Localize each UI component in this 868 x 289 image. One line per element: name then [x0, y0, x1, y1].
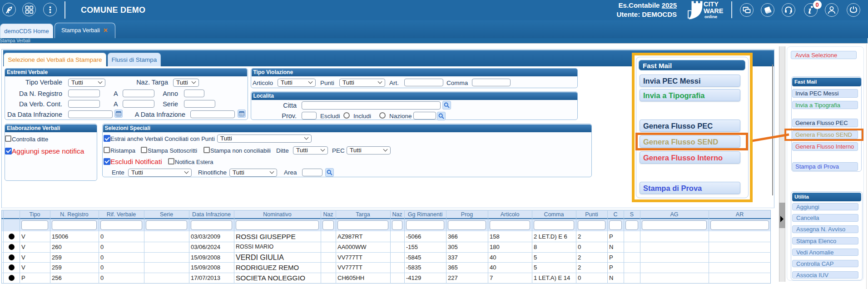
svg-text:CITY: CITY	[704, 0, 719, 8]
svg-text:online: online	[704, 14, 717, 19]
svg-text:WARE: WARE	[704, 7, 724, 15]
